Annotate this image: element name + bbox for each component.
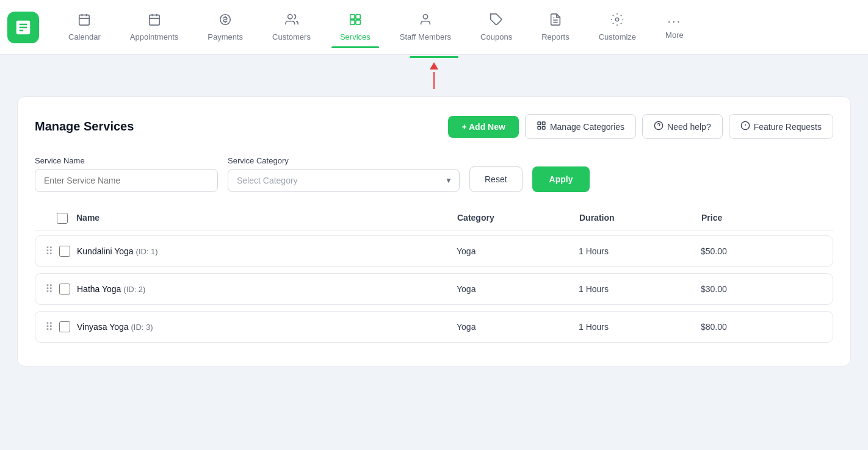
page-title: Manage Services bbox=[35, 120, 134, 134]
nav-item-more[interactable]: ··· More bbox=[651, 7, 698, 48]
apply-button[interactable]: Apply bbox=[532, 166, 590, 192]
manage-categories-label: Manage Categories bbox=[550, 122, 624, 132]
row-id: (ID: 2) bbox=[123, 285, 145, 294]
svg-rect-14 bbox=[356, 15, 360, 19]
more-label: More bbox=[665, 30, 684, 40]
column-category: Category bbox=[457, 213, 579, 224]
row-checkbox[interactable] bbox=[59, 246, 70, 257]
column-price: Price bbox=[701, 213, 823, 224]
table-row: ⠿ Vinyasa Yoga (ID: 3) Yoga 1 Hours $80.… bbox=[35, 311, 833, 343]
payments-icon bbox=[219, 13, 232, 29]
header-actions: + Add New Manage Categories Need help? bbox=[448, 114, 833, 139]
nav-item-customize[interactable]: Customize bbox=[584, 7, 651, 48]
staff-label: Staff Members bbox=[400, 32, 451, 41]
need-help-icon bbox=[654, 121, 664, 132]
nav-item-customers[interactable]: Customers bbox=[258, 7, 325, 48]
row-id: (ID: 3) bbox=[131, 323, 153, 332]
filters-row: Service Name Service Category Select Cat… bbox=[35, 156, 833, 192]
reports-icon bbox=[549, 13, 562, 29]
appointments-label: Appointments bbox=[130, 32, 179, 41]
row-checkbox[interactable] bbox=[59, 321, 70, 332]
table-row: ⠿ Hatha Yoga (ID: 2) Yoga 1 Hours $30.00 bbox=[35, 273, 833, 305]
svg-rect-25 bbox=[542, 126, 545, 129]
svg-rect-24 bbox=[538, 126, 541, 129]
row-price: $50.00 bbox=[701, 246, 823, 256]
row-duration: 1 Hours bbox=[579, 246, 701, 256]
row-price: $30.00 bbox=[701, 284, 823, 294]
service-category-label: Service Category bbox=[228, 156, 460, 165]
svg-rect-22 bbox=[538, 122, 541, 125]
customize-label: Customize bbox=[599, 32, 636, 41]
svg-rect-0 bbox=[79, 15, 90, 25]
nav-item-payments[interactable]: Payments bbox=[193, 7, 258, 48]
calendar-label: Calendar bbox=[68, 32, 101, 41]
drag-handle-icon[interactable]: ⠿ bbox=[45, 320, 53, 334]
row-duration: 1 Hours bbox=[579, 322, 701, 332]
svg-rect-16 bbox=[356, 20, 360, 24]
header-checkbox-cell bbox=[45, 213, 76, 224]
column-name: Name bbox=[76, 213, 457, 224]
svg-rect-15 bbox=[350, 20, 355, 24]
table-body: ⠿ Kundalini Yoga (ID: 1) Yoga 1 Hours $5… bbox=[35, 235, 833, 343]
row-name: Hatha Yoga (ID: 2) bbox=[77, 284, 457, 294]
service-category-select-wrapper: Select Category ▼ bbox=[228, 169, 460, 192]
coupons-icon bbox=[490, 13, 503, 29]
column-duration: Duration bbox=[579, 213, 701, 224]
drag-handle-icon[interactable]: ⠿ bbox=[45, 245, 53, 258]
feature-requests-button[interactable]: Feature Requests bbox=[729, 114, 833, 139]
nav-item-coupons[interactable]: Coupons bbox=[466, 7, 527, 48]
row-check-drag: ⠿ bbox=[45, 282, 77, 296]
services-icon bbox=[349, 13, 362, 29]
row-checkbox[interactable] bbox=[59, 284, 70, 295]
svg-rect-4 bbox=[149, 15, 159, 25]
need-help-button[interactable]: Need help? bbox=[642, 114, 723, 139]
calendar-icon bbox=[78, 13, 91, 29]
svg-point-21 bbox=[616, 18, 620, 21]
row-name: Vinyasa Yoga (ID: 3) bbox=[77, 322, 457, 332]
nav-item-appointments[interactable]: Appointments bbox=[115, 7, 193, 48]
arrow-annotation bbox=[0, 55, 868, 84]
customers-label: Customers bbox=[272, 32, 311, 41]
manage-categories-button[interactable]: Manage Categories bbox=[525, 114, 636, 139]
card-header: Manage Services + Add New Manage Categor… bbox=[35, 114, 833, 139]
row-price: $80.00 bbox=[701, 322, 823, 332]
payments-label: Payments bbox=[208, 32, 243, 41]
nav-item-reports[interactable]: Reports bbox=[527, 7, 584, 48]
more-icon: ··· bbox=[668, 15, 682, 27]
row-category: Yoga bbox=[457, 322, 579, 332]
table-header: Name Category Duration Price bbox=[35, 207, 833, 230]
service-category-filter: Service Category Select Category ▼ bbox=[228, 156, 460, 192]
svg-rect-13 bbox=[350, 15, 355, 19]
select-all-checkbox[interactable] bbox=[57, 213, 68, 224]
manage-services-card: Manage Services + Add New Manage Categor… bbox=[17, 96, 851, 366]
customers-icon bbox=[285, 13, 298, 29]
coupons-label: Coupons bbox=[480, 32, 512, 41]
row-category: Yoga bbox=[457, 284, 579, 294]
need-help-label: Need help? bbox=[667, 122, 711, 132]
top-navigation: Calendar Appointments Payments Customers… bbox=[0, 0, 868, 55]
row-duration: 1 Hours bbox=[579, 284, 701, 294]
svg-point-12 bbox=[288, 15, 292, 19]
add-new-button[interactable]: + Add New bbox=[448, 116, 518, 138]
svg-point-17 bbox=[423, 15, 427, 19]
row-check-drag: ⠿ bbox=[45, 245, 77, 258]
feature-requests-icon bbox=[740, 121, 750, 132]
table-row: ⠿ Kundalini Yoga (ID: 1) Yoga 1 Hours $5… bbox=[35, 235, 833, 267]
nav-item-calendar[interactable]: Calendar bbox=[54, 7, 115, 48]
nav-items-container: Calendar Appointments Payments Customers… bbox=[54, 7, 861, 48]
nav-item-services[interactable]: Services bbox=[325, 7, 385, 48]
nav-item-staff-members[interactable]: Staff Members bbox=[385, 7, 466, 48]
arrow-head bbox=[430, 62, 438, 70]
app-logo[interactable] bbox=[7, 12, 39, 43]
drag-handle-icon[interactable]: ⠿ bbox=[45, 282, 53, 296]
service-category-select[interactable]: Select Category bbox=[228, 169, 460, 192]
reports-label: Reports bbox=[541, 32, 570, 41]
row-check-drag: ⠿ bbox=[45, 320, 77, 334]
service-name-input[interactable] bbox=[35, 169, 218, 192]
reset-button[interactable]: Reset bbox=[469, 166, 523, 192]
manage-categories-icon bbox=[537, 121, 546, 132]
svg-rect-23 bbox=[542, 122, 545, 125]
main-content: Manage Services + Add New Manage Categor… bbox=[0, 84, 868, 379]
service-name-filter: Service Name bbox=[35, 156, 218, 192]
feature-requests-label: Feature Requests bbox=[754, 122, 822, 132]
